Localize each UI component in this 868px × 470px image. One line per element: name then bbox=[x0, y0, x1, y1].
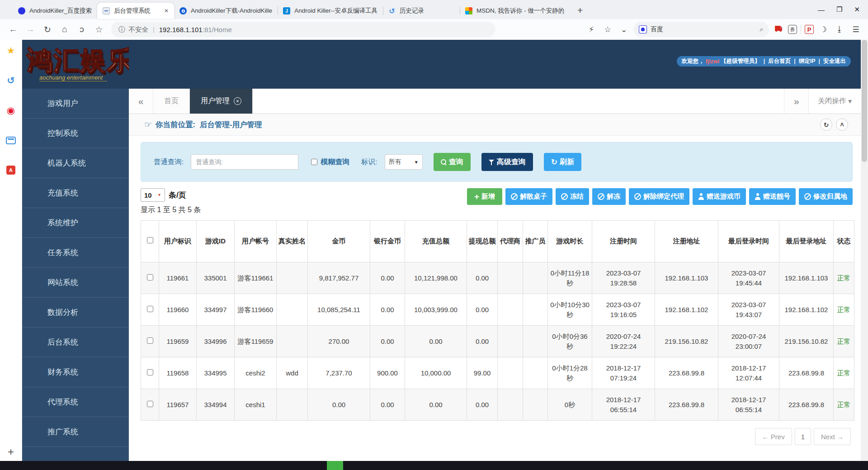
welcome-link[interactable]: 安全退出 bbox=[823, 58, 846, 64]
action-button-4[interactable]: 赠送游戏币 bbox=[693, 188, 746, 205]
tab-close-icon[interactable]: ✕ bbox=[234, 97, 241, 105]
info-icon[interactable]: ⓘ bbox=[118, 25, 125, 34]
back-icon[interactable]: ← bbox=[5, 22, 21, 37]
new-tab-button[interactable]: + bbox=[573, 4, 587, 17]
browser-tab-2[interactable]: AndroidKiller下载-AndroidKille bbox=[174, 3, 278, 19]
browser-side-strip: ★ ↺ ◉ A + bbox=[0, 40, 22, 461]
tab-home[interactable]: 首页 bbox=[153, 89, 190, 114]
tab-close-icon[interactable]: ✕ bbox=[164, 8, 169, 14]
row-checkbox[interactable] bbox=[147, 337, 153, 344]
panel-collapse-icon[interactable]: ˄ bbox=[836, 119, 848, 131]
action-button-6[interactable]: 修改归属地 bbox=[799, 188, 853, 205]
address-bar[interactable]: ⓘ 不安全 | 192.168.1.101 :81/Home bbox=[111, 22, 495, 37]
sidebar-item-partial[interactable] bbox=[22, 447, 129, 461]
undo-icon[interactable]: ↄ bbox=[74, 22, 90, 37]
browser-tab-0[interactable]: AndroidKiller_百度搜索 bbox=[13, 3, 97, 19]
card-window-icon[interactable] bbox=[5, 135, 16, 146]
close-button[interactable]: ✕ bbox=[854, 5, 860, 14]
cell: 334996 bbox=[197, 326, 235, 357]
action-button-0[interactable]: 解散桌子 bbox=[505, 188, 552, 205]
coupon-icon[interactable]: 券 bbox=[788, 25, 797, 34]
flash-icon[interactable]: ⚡ bbox=[585, 23, 598, 36]
flag-select[interactable]: 所有 ▼ bbox=[385, 154, 423, 170]
next-page-button[interactable]: Next → bbox=[814, 428, 851, 445]
browser-tab-4[interactable]: ↺历史记录 bbox=[383, 3, 460, 19]
browser-tab-5[interactable]: MSDN, 我告诉你 - 做一个安静的 bbox=[460, 3, 570, 19]
chevron-down-icon[interactable]: ⌄ bbox=[617, 23, 631, 36]
prev-page-button[interactable]: ← Prev bbox=[755, 428, 792, 445]
action-button-3[interactable]: 解除绑定代理 bbox=[629, 188, 689, 205]
sidebar-item-0[interactable]: 游戏用户 bbox=[22, 89, 129, 119]
dark-mode-icon[interactable]: ☽ bbox=[816, 23, 830, 36]
cell: 0.00 bbox=[467, 262, 498, 294]
page-scrollbar[interactable] bbox=[861, 40, 868, 461]
browser-tab-3[interactable]: JAndroid Killer--安卓反编译工具 bbox=[278, 3, 383, 19]
tabs-scroll-left-icon[interactable]: « bbox=[129, 89, 153, 114]
sidebar-item-7[interactable]: 数据分析 bbox=[22, 298, 129, 328]
row-checkbox[interactable] bbox=[147, 306, 153, 312]
browser-tab-1[interactable]: 后台管理系统✕ bbox=[97, 3, 174, 19]
restore-button[interactable]: ❐ bbox=[836, 5, 842, 14]
row-checkbox[interactable] bbox=[147, 401, 153, 407]
cell: 223.68.99.8 bbox=[655, 357, 718, 389]
action-button-5[interactable]: 赠送靓号 bbox=[749, 188, 796, 205]
taskbar-app-indicator[interactable] bbox=[327, 461, 343, 470]
sidebar-item-9[interactable]: 财务系统 bbox=[22, 357, 129, 387]
scrollbar-thumb[interactable] bbox=[862, 40, 867, 162]
minimize-button[interactable]: — bbox=[818, 6, 825, 14]
sidebar-item-8[interactable]: 后台系统 bbox=[22, 328, 129, 357]
action-button-1[interactable]: 冻结 bbox=[556, 188, 589, 205]
sidebar-item-3[interactable]: 充值系统 bbox=[22, 178, 129, 208]
column-header: 提现总额 bbox=[467, 221, 498, 262]
add-button[interactable]: +新增 bbox=[467, 188, 502, 205]
menu-icon[interactable]: ☰ bbox=[849, 23, 863, 36]
sidebar-item-2[interactable]: 机器人系统 bbox=[22, 148, 129, 178]
page-size-select[interactable]: 10 ▼ bbox=[141, 188, 165, 202]
fuzzy-checkbox[interactable] bbox=[311, 159, 317, 165]
favorite-star-icon[interactable]: ☆ bbox=[601, 23, 614, 36]
page-number-button[interactable]: 1 bbox=[795, 428, 811, 445]
select-all-checkbox[interactable] bbox=[147, 237, 153, 243]
query-button[interactable]: 查询 bbox=[434, 153, 471, 171]
action-button-2[interactable]: 解冻 bbox=[592, 188, 626, 205]
download-icon[interactable]: ⭳ bbox=[833, 23, 846, 36]
row-select-cell bbox=[141, 262, 159, 294]
add-sidebar-icon[interactable]: + bbox=[5, 446, 16, 457]
forward-icon[interactable]: → bbox=[23, 22, 38, 37]
row-checkbox[interactable] bbox=[147, 274, 153, 280]
action-button-label: 赠送游戏币 bbox=[707, 192, 741, 201]
close-operations-dropdown[interactable]: 关闭操作 ▾ bbox=[808, 89, 861, 114]
sidebar-item-11[interactable]: 推广系统 bbox=[22, 417, 129, 447]
advanced-query-label: 高级查询 bbox=[497, 157, 526, 167]
ban-icon bbox=[511, 193, 518, 200]
sidebar-item-10[interactable]: 代理系统 bbox=[22, 387, 129, 417]
magnifier-icon bbox=[441, 159, 447, 165]
advanced-query-button[interactable]: 高级查询 bbox=[481, 153, 533, 171]
cell: 192.168.1.103 bbox=[779, 262, 834, 294]
query-input[interactable] bbox=[191, 154, 298, 170]
bookmark-star-icon[interactable]: ☆ bbox=[91, 22, 107, 37]
reload-icon[interactable]: ↻ bbox=[40, 22, 55, 37]
welcome-link[interactable]: 绑定IP bbox=[799, 58, 816, 64]
refresh-button[interactable]: ↻ 刷新 bbox=[544, 153, 581, 171]
home-icon[interactable]: ⌂ bbox=[57, 22, 72, 37]
panel-refresh-icon[interactable]: ↻ bbox=[820, 119, 832, 131]
welcome-link[interactable]: 后台首页 bbox=[768, 58, 791, 64]
weibo-icon[interactable]: ◉ bbox=[5, 105, 16, 116]
search-icon[interactable]: ⌕ bbox=[760, 25, 764, 33]
tab-user-management[interactable]: 用户管理 ✕ bbox=[190, 89, 253, 114]
tabs-scroll-right-icon[interactable]: » bbox=[784, 89, 808, 114]
sidebar-item-1[interactable]: 控制系统 bbox=[22, 119, 129, 148]
favorites-star-icon[interactable]: ★ bbox=[5, 45, 16, 56]
search-panel: 普通查询: 模糊查询 标识: 所有 ▼ 查询 高级查询 ↻ bbox=[141, 142, 853, 182]
cell: 7,237.70 bbox=[308, 357, 370, 389]
quick-search-box[interactable]: 百度 ⌕ bbox=[633, 22, 769, 37]
sidebar-item-6[interactable]: 网站系统 bbox=[22, 268, 129, 298]
shopping-icon[interactable]: ⛟ bbox=[772, 23, 785, 36]
red-extension-icon[interactable]: A bbox=[5, 165, 16, 176]
pdf-icon[interactable]: P bbox=[805, 25, 814, 34]
row-checkbox[interactable] bbox=[147, 369, 153, 375]
sidebar-item-5[interactable]: 任务系统 bbox=[22, 238, 129, 268]
history-icon[interactable]: ↺ bbox=[5, 75, 16, 86]
sidebar-item-4[interactable]: 系统维护 bbox=[22, 208, 129, 238]
